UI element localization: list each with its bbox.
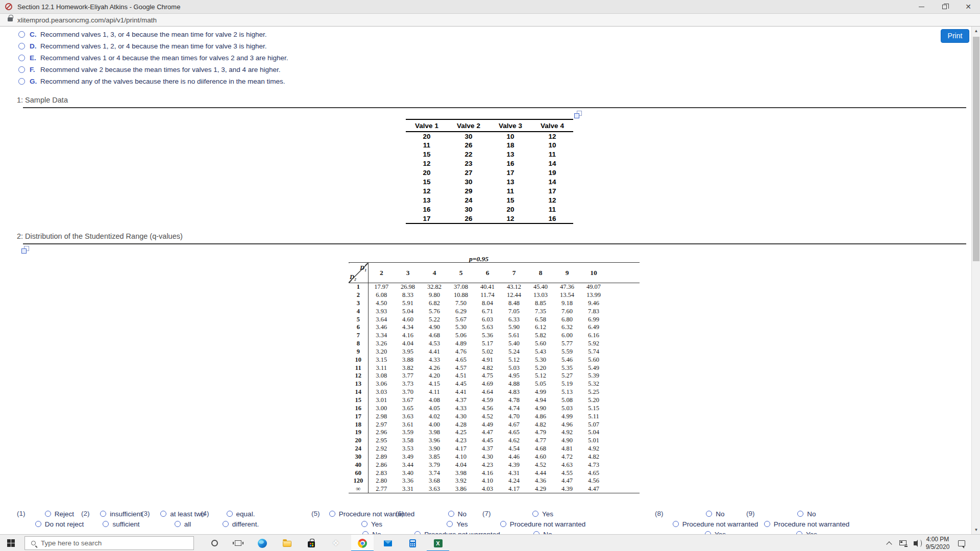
group-option-radio[interactable] bbox=[532, 511, 538, 517]
q-table-body: 117.9726.9832.8237.0840.4143.1245.4047.3… bbox=[349, 283, 640, 493]
q-value-cell: 32.82 bbox=[421, 283, 448, 291]
group-option-radio[interactable] bbox=[500, 521, 506, 527]
q-value-cell: 47.36 bbox=[554, 283, 580, 291]
group-option-row: Reject bbox=[30, 509, 89, 519]
vertical-scrollbar: ▲ ▼ bbox=[971, 27, 980, 534]
sample-col-header: Valve 2 bbox=[448, 119, 489, 132]
close-button[interactable]: ✕ bbox=[957, 0, 980, 13]
group-option-radio[interactable] bbox=[448, 511, 454, 517]
group-option-radio[interactable] bbox=[100, 511, 106, 517]
q-value-cell: 5.30 bbox=[527, 356, 554, 364]
q-col-header: 2 bbox=[368, 263, 395, 283]
group-option-radio[interactable] bbox=[706, 511, 712, 517]
taskbar-store-button[interactable] bbox=[300, 535, 323, 551]
group-option-radio[interactable] bbox=[447, 521, 453, 527]
q-value-cell: 4.41 bbox=[448, 388, 474, 396]
q-value-cell: 3.63 bbox=[395, 412, 421, 420]
clock-date: 9/5/2020 bbox=[926, 543, 950, 551]
group-number: (1) bbox=[17, 509, 26, 519]
taskbar-clock[interactable]: 4:00 PM 9/5/2020 bbox=[922, 535, 953, 551]
q-value-cell: 12.44 bbox=[501, 291, 527, 299]
print-button[interactable]: Print bbox=[941, 29, 969, 43]
group-option-radio[interactable] bbox=[764, 521, 770, 527]
q-value-cell: 9.46 bbox=[580, 299, 607, 307]
taskbar-search-box[interactable]: Type here to search bbox=[24, 536, 194, 550]
group-option-label: No bbox=[716, 510, 724, 518]
q-value-cell: 3.03 bbox=[368, 388, 395, 396]
taskbar-calculator-button[interactable] bbox=[401, 535, 424, 551]
table-row: 302.893.493.854.104.304.464.604.724.82 bbox=[349, 453, 640, 461]
section-1-heading: 1: Sample Data bbox=[17, 96, 68, 104]
q-value-cell: 6.16 bbox=[580, 332, 607, 340]
cortana-icon bbox=[211, 540, 218, 546]
group-option-row: Procedure not warranted bbox=[409, 529, 506, 534]
group-option-row: Yes bbox=[668, 529, 763, 534]
open-window-icon[interactable] bbox=[574, 111, 582, 118]
option-text: Recommend valve 2 because the mean times… bbox=[40, 66, 281, 73]
q-value-cell: 40.41 bbox=[474, 283, 501, 291]
group-option-radio[interactable] bbox=[45, 511, 51, 517]
tray-chevron-button[interactable] bbox=[882, 535, 896, 551]
search-placeholder: Type here to search bbox=[41, 539, 102, 547]
sample-cell: 16 bbox=[531, 214, 573, 223]
scrollbar-thumb[interactable] bbox=[973, 37, 979, 261]
q-value-cell: 4.53 bbox=[421, 339, 448, 347]
q-value-cell: 3.26 bbox=[368, 339, 395, 347]
group-option-radio[interactable] bbox=[223, 521, 229, 527]
q-value-cell: 49.07 bbox=[580, 283, 607, 291]
q-value-cell: 5.36 bbox=[474, 332, 501, 340]
q-value-cell: 4.95 bbox=[501, 372, 527, 380]
sample-table-header: Valve 1Valve 2Valve 3Valve 4 bbox=[406, 119, 573, 132]
start-button[interactable] bbox=[7, 539, 15, 547]
group-options: NoYesProcedure not warranted bbox=[409, 509, 506, 534]
q-col-header: 4 bbox=[421, 263, 448, 283]
q-value-cell: 3.98 bbox=[421, 429, 448, 437]
taskbar-dropbox-button[interactable]: ❖ bbox=[325, 535, 347, 551]
network-button[interactable] bbox=[896, 535, 910, 551]
group-option-radio[interactable] bbox=[673, 521, 679, 527]
q-value-cell: 4.25 bbox=[448, 429, 474, 437]
taskbar-mail-button[interactable] bbox=[377, 535, 399, 551]
scroll-up-arrow[interactable]: ▲ bbox=[972, 27, 980, 35]
table-row: 93.203.954.414.765.025.245.435.595.74 bbox=[349, 347, 640, 356]
q-value-cell: 5.74 bbox=[580, 347, 607, 356]
group-option-radio[interactable] bbox=[227, 511, 233, 517]
taskbar-excel-button[interactable]: X bbox=[427, 535, 449, 551]
action-center-button[interactable] bbox=[953, 535, 970, 551]
option-radio-D[interactable] bbox=[18, 43, 25, 49]
taskbar-cortana-button[interactable] bbox=[203, 535, 226, 551]
option-radio-G[interactable] bbox=[18, 78, 25, 85]
q-row-label: 8 bbox=[349, 339, 368, 347]
q-value-cell: 3.06 bbox=[368, 380, 395, 388]
option-radio-F[interactable] bbox=[18, 66, 25, 73]
q-value-cell: 5.12 bbox=[527, 372, 554, 380]
chrome-icon bbox=[358, 539, 367, 548]
open-window-icon[interactable] bbox=[21, 246, 29, 254]
table-row: 20301012 bbox=[406, 132, 573, 141]
q-value-cell: 4.88 bbox=[501, 380, 527, 388]
group-option-radio[interactable] bbox=[329, 511, 335, 517]
taskbar-file-explorer-button[interactable] bbox=[276, 535, 298, 551]
answer-option-row: C.Recommend valves 1, 3, or 4 because th… bbox=[18, 29, 266, 40]
taskbar-chrome-button[interactable] bbox=[351, 535, 374, 551]
group-option-radio[interactable] bbox=[160, 511, 166, 517]
group-option-row: No bbox=[760, 509, 854, 519]
group-option-label: Procedure not warranted bbox=[424, 531, 500, 535]
group-option-radio[interactable] bbox=[103, 521, 109, 527]
group-option-radio[interactable] bbox=[797, 511, 803, 517]
scroll-down-arrow[interactable]: ▼ bbox=[972, 525, 980, 534]
group-option-radio[interactable] bbox=[175, 521, 181, 527]
table-row: 1202.803.363.683.924.104.244.364.474.56 bbox=[349, 477, 640, 485]
sample-cell: 24 bbox=[448, 196, 489, 205]
q-value-cell: 4.31 bbox=[501, 469, 527, 477]
group-option-radio[interactable] bbox=[361, 521, 368, 527]
sample-cell: 17 bbox=[406, 214, 448, 223]
taskbar-edge-button[interactable] bbox=[251, 535, 274, 551]
option-radio-C[interactable] bbox=[18, 31, 25, 38]
group-option-radio[interactable] bbox=[35, 521, 41, 527]
option-radio-E[interactable] bbox=[18, 55, 25, 61]
minimize-button[interactable] bbox=[910, 0, 933, 13]
blocked-site-icon bbox=[5, 3, 12, 10]
restore-button[interactable] bbox=[933, 0, 957, 13]
taskbar-task-view-button[interactable] bbox=[227, 535, 249, 551]
